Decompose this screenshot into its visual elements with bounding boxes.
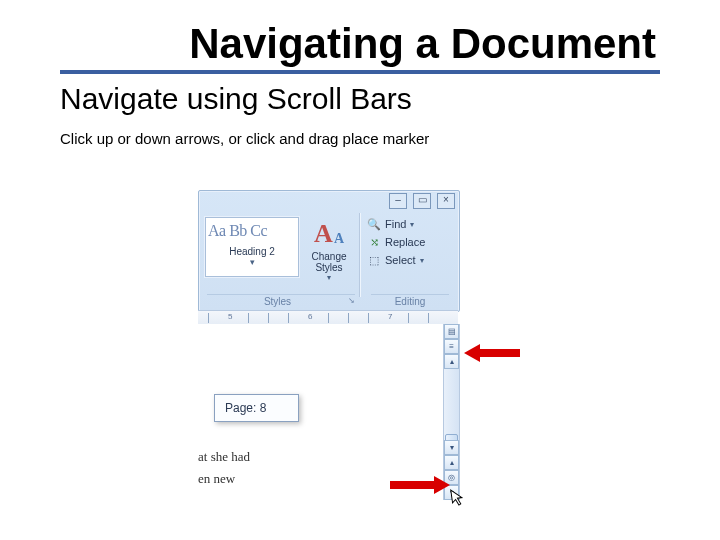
find-button[interactable]: 🔍 Find ▾ [367, 215, 453, 233]
group-styles-label: Styles ↘ [207, 294, 355, 307]
word-ribbon: – ▭ × Aa Bb Cc Heading 2 ▾ AA Change Sty… [198, 190, 460, 312]
scroll-up-arrow[interactable]: ▴ [444, 354, 459, 369]
doc-line: at she had [198, 446, 250, 468]
restore-button[interactable]: ▭ [413, 193, 431, 209]
ribbon-separator [359, 213, 361, 297]
slide-subtitle: Navigate using Scroll Bars [60, 82, 660, 116]
style-preview: Aa Bb Cc [206, 218, 298, 240]
find-dropdown-icon[interactable]: ▾ [410, 220, 414, 229]
styles-dialog-launcher-icon[interactable]: ↘ [348, 296, 355, 305]
slide-instruction: Click up or down arrows, or click and dr… [60, 130, 660, 147]
change-styles-icon: AA [312, 217, 346, 251]
previous-page-button[interactable]: ▴ [444, 455, 459, 470]
editing-group: 🔍 Find ▾ ⤭ Replace ⬚ Select ▾ [367, 215, 453, 269]
callout-arrow-bottom [390, 474, 450, 496]
replace-label: Replace [385, 236, 425, 248]
style-name: Heading 2 [206, 246, 298, 257]
slide-title: Navigating a Document [60, 20, 660, 74]
change-styles-dropdown-icon[interactable]: ▾ [303, 273, 355, 282]
minimize-button[interactable]: – [389, 193, 407, 209]
callout-arrow-top [464, 342, 520, 364]
change-styles-button[interactable]: AA Change Styles ▾ [303, 217, 355, 279]
ruler-number: 6 [308, 312, 312, 321]
split-window-button[interactable]: ▤ [444, 324, 459, 339]
group-editing-label: Editing [371, 294, 449, 307]
document-text-fragment: at she had en new [198, 446, 250, 490]
ruler-number: 7 [388, 312, 392, 321]
scroll-down-arrow[interactable]: ▾ [444, 440, 459, 455]
doc-line: en new [198, 468, 250, 490]
svg-marker-0 [464, 344, 520, 362]
svg-marker-1 [390, 476, 450, 494]
ruler-number: 5 [228, 312, 232, 321]
style-expand-icon[interactable]: ▾ [206, 257, 298, 267]
screenshot-mock: – ▭ × Aa Bb Cc Heading 2 ▾ AA Change Sty… [198, 190, 522, 500]
find-label: Find [385, 218, 406, 230]
scroll-tooltip: Page: 8 [214, 394, 299, 422]
styles-gallery[interactable]: Aa Bb Cc Heading 2 ▾ [205, 217, 299, 277]
change-styles-label: Change Styles [303, 251, 355, 273]
window-controls: – ▭ × [389, 193, 455, 209]
replace-button[interactable]: ⤭ Replace [367, 233, 453, 251]
select-label: Select [385, 254, 416, 266]
replace-icon: ⤭ [367, 235, 381, 249]
select-dropdown-icon[interactable]: ▾ [420, 256, 424, 265]
select-button[interactable]: ⬚ Select ▾ [367, 251, 453, 269]
select-icon: ⬚ [367, 253, 381, 267]
close-button[interactable]: × [437, 193, 455, 209]
find-icon: 🔍 [367, 217, 381, 231]
ruler-toggle-button[interactable]: ≡ [444, 339, 459, 354]
